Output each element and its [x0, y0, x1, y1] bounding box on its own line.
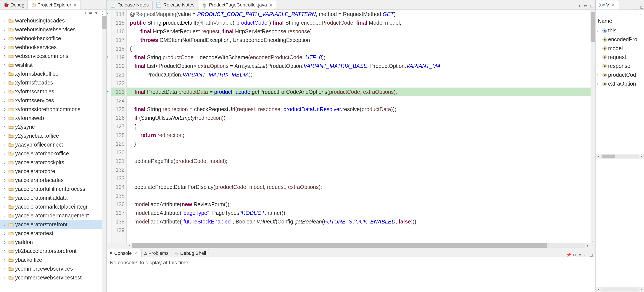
vars-hscroll-right[interactable]: ▸	[639, 155, 644, 158]
code-area[interactable]: @RequestMapping(value = PRODUCT_CODE_PAT…	[126, 10, 590, 243]
line-number[interactable]: 127	[112, 122, 125, 131]
console-min-icon[interactable]: ▭	[583, 253, 588, 258]
expander-icon[interactable]: ›	[4, 115, 7, 121]
variables-header-name[interactable]: Name	[596, 16, 644, 26]
expander-icon[interactable]: ›	[4, 106, 7, 112]
close-icon[interactable]: ✕	[611, 2, 616, 7]
code-line[interactable]: model.addAttribute(new ReviewForm());	[126, 200, 590, 209]
expander-icon[interactable]: ›	[4, 213, 7, 219]
hscroll-thumb[interactable]	[132, 243, 547, 248]
project-item-webservicescommons[interactable]: ›webservicescommons	[0, 52, 106, 60]
console-tab-debug-shell[interactable]: 🐚Debug Shell	[172, 249, 209, 258]
code-line[interactable]: final String redirection = checkRequestU…	[126, 105, 590, 113]
editor-tab[interactable]: 📄Release Notes	[152, 0, 198, 9]
editor-vertical-scrollbar[interactable]: ▴ ▾	[590, 10, 595, 243]
code-line[interactable]: {	[126, 44, 590, 53]
open-console-icon[interactable]: ▾	[578, 253, 582, 258]
line-number[interactable]: 136	[112, 200, 125, 209]
project-item-warehousingwebservices[interactable]: ›warehousingwebservices	[0, 25, 106, 34]
expander-icon[interactable]: ›	[4, 150, 7, 157]
expander-icon[interactable]: ›	[4, 35, 7, 41]
expander-icon[interactable]: ›	[597, 29, 601, 33]
code-line[interactable]: }	[126, 139, 590, 148]
expander-icon[interactable]: ›	[597, 38, 601, 41]
project-item-xyformsfacades[interactable]: ›xyformsfacades	[0, 78, 106, 87]
code-line[interactable]	[126, 226, 590, 235]
line-number[interactable]: 134	[112, 183, 125, 191]
project-item-yacceleratorinitialdata[interactable]: ›yacceleratorinitialdata	[0, 193, 106, 202]
project-item-y2ysyncbackoffice[interactable]: ›y2ysyncbackoffice	[0, 131, 106, 140]
editor-tab[interactable]: 🍵ProductPageController.java✕	[198, 0, 277, 9]
expander-icon[interactable]: ›	[4, 257, 7, 263]
editor-vscroll-thumb[interactable]	[590, 12, 595, 42]
project-item-wishlist[interactable]: ›wishlist	[0, 60, 106, 69]
display-console-icon[interactable]: 🖥	[572, 253, 577, 258]
variable-row[interactable]: ›◉extraOption	[596, 79, 644, 88]
code-line[interactable]: public String productDetail(@PathVariabl…	[126, 18, 590, 27]
expander-icon[interactable]: ›	[4, 230, 7, 237]
line-number[interactable]: 137	[112, 209, 125, 217]
scrollbar-track[interactable]	[102, 16, 106, 292]
console-tab-console[interactable]: 🖥Console✕	[107, 249, 141, 258]
line-number[interactable]: 122	[112, 79, 125, 87]
expander-icon[interactable]: ›	[597, 73, 601, 77]
variable-row[interactable]: ›◉this	[596, 26, 644, 35]
line-number-gutter[interactable]: 1141151161171181191201211221231241251261…	[112, 10, 126, 243]
console-max-icon[interactable]: ◻	[589, 253, 594, 258]
project-item-yacceleratorstorefront[interactable]: ›yacceleratorstorefront	[0, 220, 106, 229]
project-item-warehousingfacades[interactable]: ›warehousingfacades	[0, 16, 106, 25]
line-number[interactable]: 117	[112, 36, 125, 44]
variable-row[interactable]: ›◉response	[596, 62, 644, 70]
scrollbar-thumb[interactable]	[102, 16, 106, 29]
project-item-xyformsstorefrontcommons[interactable]: ›xyformsstorefrontcommons	[0, 105, 106, 114]
pin-console-icon[interactable]: 📌	[566, 253, 571, 258]
hscroll-track[interactable]	[132, 243, 585, 248]
hscroll-left-arrow[interactable]: ◂	[126, 244, 132, 247]
variable-row[interactable]: ›◉encodedPro	[596, 35, 644, 44]
code-line[interactable]: final HttpServletRequest request, final …	[126, 27, 590, 36]
code-line[interactable]: final ProductData productData = productF…	[126, 87, 590, 96]
vars-menu-icon[interactable]: ⋮	[638, 10, 643, 15]
project-item-xyformsbackoffice[interactable]: ›xyformsbackoffice	[0, 69, 106, 78]
project-item-yaddon[interactable]: ›yaddon	[0, 238, 106, 247]
project-item-xyformsweb[interactable]: ›xyformsweb	[0, 114, 106, 123]
expander-icon[interactable]: ›	[4, 79, 7, 86]
marker-bar[interactable]: ▸▸▸	[107, 10, 112, 243]
expander-icon[interactable]: ›	[4, 168, 7, 174]
expander-icon[interactable]: ›	[597, 46, 601, 50]
project-tree[interactable]: ›warehousingfacades›warehousingwebservic…	[0, 16, 106, 292]
line-number[interactable]: 138	[112, 217, 125, 226]
execution-marker-icon[interactable]: ▸	[107, 12, 110, 15]
execution-marker-icon[interactable]: ▸	[107, 90, 110, 93]
variable-row[interactable]: ›◉request	[596, 53, 644, 62]
project-item-yacceleratorbackoffice[interactable]: ›yacceleratorbackoffice	[0, 149, 106, 158]
code-line[interactable]: model.addAttribute("pageType", PageType.…	[126, 209, 590, 217]
code-line[interactable]	[126, 148, 590, 157]
expander-icon[interactable]: ›	[4, 177, 7, 183]
vars-hscroll-thumb[interactable]	[602, 155, 615, 158]
expander-icon[interactable]: ›	[4, 221, 7, 228]
line-number[interactable]: 114	[112, 10, 125, 18]
expander-icon[interactable]: ›	[597, 55, 601, 59]
code-line[interactable]	[126, 191, 590, 200]
project-item-yacceleratorcore[interactable]: ›yacceleratorcore	[0, 167, 106, 176]
project-item-ybackoffice[interactable]: ›ybackoffice	[0, 256, 106, 264]
project-item-ycommercewebservices[interactable]: ›ycommercewebservices	[0, 264, 106, 273]
tab-debug[interactable]: 🐞 Debug	[0, 0, 28, 9]
line-number[interactable]: 129	[112, 139, 125, 148]
code-line[interactable]	[126, 174, 590, 183]
expander-icon[interactable]: ›	[4, 97, 7, 103]
project-item-yacceleratorfacades[interactable]: ›yacceleratorfacades	[0, 176, 106, 185]
tab-project-explorer[interactable]: 🗀 Project Explorer ✕	[28, 0, 81, 9]
hscroll-right-arrow[interactable]: ▸	[585, 244, 590, 247]
line-number[interactable]: 125	[112, 105, 125, 113]
vars-hscroll-left[interactable]: ◂	[596, 155, 601, 158]
expander-icon[interactable]: ›	[4, 275, 7, 281]
line-number[interactable]: 119	[112, 53, 125, 62]
show-list-icon[interactable]: ▾	[577, 3, 582, 8]
line-number[interactable]: 132	[112, 165, 125, 174]
project-item-ycommercewebservicestest[interactable]: ›ycommercewebservicestest	[0, 273, 106, 282]
vars-tree-icon[interactable]: ⊞	[632, 10, 637, 15]
project-item-webhookbackoffice[interactable]: ›webhookbackoffice	[0, 34, 106, 43]
collapse-all-icon[interactable]: ⊟	[82, 10, 86, 15]
